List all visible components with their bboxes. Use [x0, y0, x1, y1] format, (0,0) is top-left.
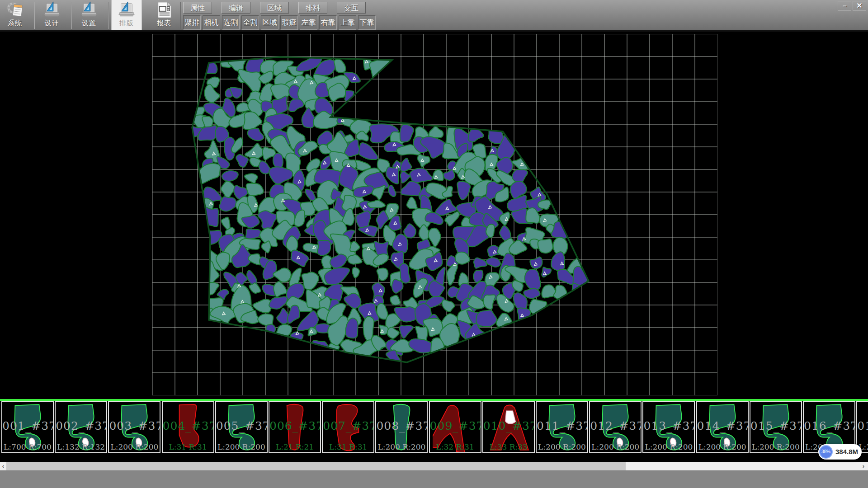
- piece-count: L:200 R:200: [537, 442, 587, 451]
- close-button[interactable]: ✕: [853, 1, 866, 11]
- progress-percent: 38%: [819, 445, 833, 459]
- system-gear-icon: [6, 1, 24, 19]
- piece-thumbnail-strip: 001_#37L:700 R:700002_#37L:132 R:132003_…: [0, 401, 868, 455]
- piece-name: 008_#37: [376, 419, 427, 432]
- piece-count: L:32 R:31: [430, 442, 481, 451]
- thumbnail-cell[interactable]: 004_#37L:31 R:31: [162, 401, 214, 453]
- nesting-canvas[interactable]: [152, 34, 717, 395]
- action-button-6[interactable]: 瑕疵: [280, 15, 298, 30]
- piece-count: L:200 R:200: [590, 442, 641, 451]
- toolbar-button-design[interactable]: 设计: [37, 0, 67, 30]
- action-button-2[interactable]: 相机: [203, 15, 220, 30]
- menu-tab-1[interactable]: 属性: [183, 2, 212, 14]
- canvas-svg: [152, 34, 717, 395]
- scrollbar-thumb[interactable]: [6, 462, 626, 470]
- piece-name: 007_#37: [323, 419, 373, 432]
- thumbnail-cell[interactable]: 005_#37L:200 R:200: [215, 401, 268, 453]
- menu-tab-3[interactable]: 区域: [260, 2, 289, 14]
- piece-name: 009_#37: [430, 419, 481, 432]
- piece-name: 001_#37: [2, 419, 53, 432]
- thumbnail-cell[interactable]: 011_#37L:200 R:200: [536, 401, 588, 453]
- thumbnail-cell[interactable]: 012_#37L:200 R:200: [589, 401, 642, 453]
- piece-count: L:31 R:31: [323, 442, 373, 451]
- action-button-4[interactable]: 全割: [241, 15, 259, 30]
- thumbnail-cell[interactable]: 008_#37L:200 R:200: [375, 401, 428, 453]
- action-button-1[interactable]: 聚排: [183, 15, 201, 30]
- menu-tab-4[interactable]: 排料: [298, 2, 327, 14]
- action-button-10[interactable]: 下靠: [358, 15, 376, 30]
- thumbnail-cell[interactable]: 013_#37L:200 R:200: [642, 401, 695, 453]
- toolbar-separator: [180, 2, 181, 29]
- piece-name: 013_#37: [643, 419, 694, 432]
- piece-count: L:200 R:200: [697, 442, 748, 451]
- action-button-8[interactable]: 右靠: [319, 15, 337, 30]
- toolbar-label: 设计: [37, 19, 67, 28]
- thumbnail-cell[interactable]: 014_#37L:200 R:200: [696, 401, 749, 453]
- piece-name: 012_#37: [590, 419, 641, 432]
- thumbnail-cell[interactable]: 015_#37L:200 R:200: [750, 401, 802, 453]
- thumbnail-cell[interactable]: 009_#37L:32 R:31: [429, 401, 481, 453]
- memory-usage: 384.8M: [835, 444, 858, 460]
- piece-count: L:21 R:21: [269, 442, 320, 451]
- scroll-left-arrow[interactable]: ‹: [0, 462, 6, 470]
- piece-name: 002_#37: [56, 419, 106, 432]
- main-toolbar: 系统 设计 设置 排版: [0, 0, 868, 32]
- piece-count: L:200 R:200: [750, 442, 801, 451]
- toolbar-button-layout[interactable]: 排版: [111, 0, 142, 30]
- piece-name: 015_#37: [750, 419, 801, 432]
- toolbar-label: 设置: [74, 19, 104, 28]
- toolbar-button-system[interactable]: 系统: [0, 0, 30, 30]
- piece-count: L:132 R:132: [56, 442, 106, 451]
- piece-count: L:700 R:700: [2, 442, 53, 451]
- action-button-7[interactable]: 左靠: [300, 15, 317, 30]
- piece-count: L:33 R:33: [483, 442, 534, 451]
- horizontal-scrollbar[interactable]: ‹ ›: [0, 462, 868, 470]
- piece-name: 014_#37: [697, 419, 748, 432]
- piece-count: L:200 R:200: [643, 442, 694, 451]
- layout-ruler-icon: [118, 1, 135, 19]
- toolbar-separator: [71, 2, 71, 29]
- piece-name: 010_#37: [483, 419, 534, 432]
- action-button-5[interactable]: 区域: [261, 15, 278, 30]
- piece-count: L:31 R:31: [163, 442, 213, 451]
- report-doc-icon: [156, 1, 173, 19]
- piece-name: 006_#37: [269, 419, 320, 432]
- toolbar-label: 排版: [112, 19, 142, 28]
- progress-badge: 38% 384.8M: [818, 444, 862, 460]
- thumbnail-cell[interactable]: 001_#37L:700 R:700: [1, 401, 54, 453]
- piece-name: 005_#37: [216, 419, 267, 432]
- toolbar-separator: [34, 2, 34, 29]
- piece-name: 017_#37: [857, 419, 868, 432]
- settings-ruler-icon: [80, 1, 98, 19]
- piece-count: L:200 R:200: [216, 442, 267, 451]
- toolbar-button-settings[interactable]: 设置: [74, 0, 104, 30]
- piece-name: 003_#37: [109, 419, 160, 432]
- piece-count: L:200 R:200: [109, 442, 160, 451]
- menu-tab-5[interactable]: 交互: [337, 2, 366, 14]
- piece-name: 011_#37: [537, 419, 587, 432]
- action-button-3[interactable]: 选割: [222, 15, 240, 30]
- toolbar-separator: [108, 2, 108, 29]
- toolbar-label: 报表: [149, 19, 179, 28]
- status-bar: [0, 470, 868, 488]
- action-button-9[interactable]: 上靠: [339, 15, 356, 30]
- toolbar-button-report[interactable]: 报表: [149, 0, 179, 30]
- design-ruler-icon: [43, 1, 61, 19]
- piece-name: 016_#37: [804, 419, 854, 432]
- thumbnail-cell[interactable]: 003_#37L:200 R:200: [108, 401, 160, 453]
- minimize-button[interactable]: －: [838, 1, 851, 11]
- thumbnail-cell[interactable]: 002_#37L:132 R:132: [55, 401, 107, 453]
- menu-tab-2[interactable]: 编辑: [222, 2, 250, 14]
- piece-name: 004_#37: [163, 419, 213, 432]
- thumbnail-cell[interactable]: 007_#37L:31 R:31: [322, 401, 374, 453]
- thumbnail-cell[interactable]: 006_#37L:21 R:21: [269, 401, 321, 453]
- strip-top-border: [0, 399, 868, 401]
- piece-count: L:200 R:200: [376, 442, 427, 451]
- thumbnail-cell[interactable]: 010_#37L:33 R:33: [482, 401, 535, 453]
- scroll-right-arrow[interactable]: ›: [860, 462, 867, 470]
- toolbar-label: 系统: [0, 19, 30, 28]
